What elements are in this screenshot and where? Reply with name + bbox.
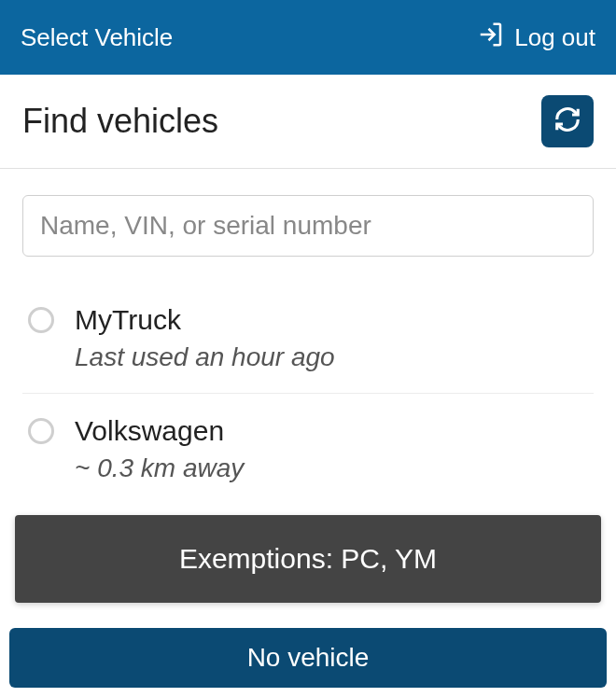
search-input[interactable] [22, 195, 594, 257]
vehicle-item-text: Volkswagen ~ 0.3 km away [75, 414, 244, 483]
section-header: Find vehicles [0, 75, 616, 169]
refresh-button[interactable] [541, 95, 594, 147]
section-heading: Find vehicles [22, 102, 218, 141]
vehicle-meta: ~ 0.3 km away [75, 453, 244, 483]
logout-icon [477, 21, 505, 55]
radio-unchecked-icon[interactable] [28, 418, 54, 444]
no-vehicle-label: No vehicle [247, 643, 370, 673]
toast-text: Exemptions: PC, YM [179, 543, 437, 575]
search-container [0, 169, 616, 279]
logout-label: Log out [514, 23, 595, 52]
logout-button[interactable]: Log out [477, 21, 595, 55]
radio-unchecked-icon[interactable] [28, 307, 54, 333]
page-title: Select Vehicle [21, 23, 173, 52]
vehicle-item[interactable]: Volkswagen ~ 0.3 km away [22, 393, 594, 504]
refresh-icon [553, 105, 581, 137]
vehicle-list: MyTruck Last used an hour ago Volkswagen… [0, 279, 616, 504]
vehicle-name: MyTruck [75, 303, 335, 337]
vehicle-item[interactable]: MyTruck Last used an hour ago [22, 283, 594, 393]
no-vehicle-button[interactable]: No vehicle [9, 628, 607, 688]
vehicle-meta: Last used an hour ago [75, 342, 335, 372]
vehicle-name: Volkswagen [75, 414, 244, 448]
vehicle-item-text: MyTruck Last used an hour ago [75, 303, 335, 372]
app-header: Select Vehicle Log out [0, 0, 616, 75]
toast-message: Exemptions: PC, YM [15, 515, 601, 603]
